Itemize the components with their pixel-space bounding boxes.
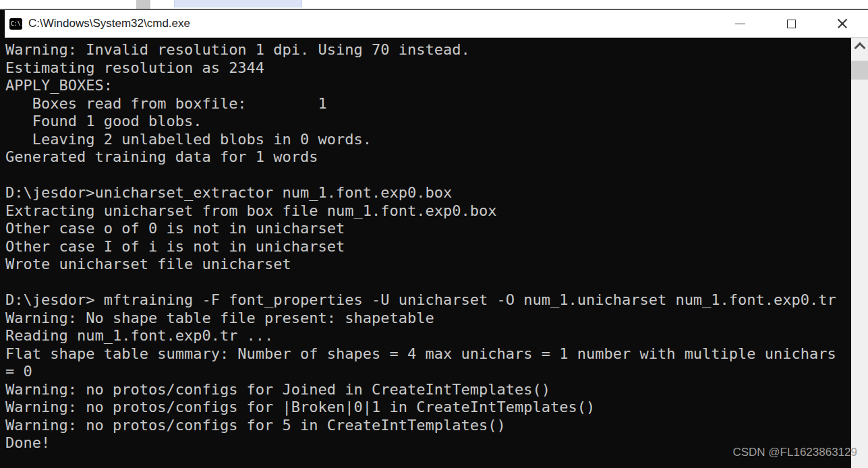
console-line: APPLY_BOXES: [5, 77, 851, 95]
console-line: D:\jesdor>unicharset_extractor num_1.fon… [5, 184, 851, 202]
chevron-up-icon [854, 42, 865, 54]
minimize-icon [735, 24, 745, 24]
console-line: Warning: No shape table file present: sh… [5, 310, 851, 328]
console-line: Found 1 good blobs. [5, 113, 851, 131]
console-line: Warning: Invalid resolution 1 dpi. Using… [5, 41, 851, 59]
close-icon [837, 18, 848, 29]
background-window-fragment-gray [136, 0, 150, 9]
maximize-button[interactable] [765, 10, 817, 37]
console-line: Warning: no protos/configs for Joined in… [5, 381, 851, 399]
console-line: Other case I of i is not in unicharset [5, 238, 851, 256]
console-line: Extracting unicharset from box file num_… [5, 202, 851, 221]
console-line: Warning: no protos/configs for 5 in Crea… [5, 417, 851, 435]
window-controls [714, 10, 868, 37]
titlebar[interactable]: ··· C:\. C:\Windows\System32\cmd.exe [0, 10, 868, 38]
scrollbar-thumb[interactable] [851, 61, 868, 80]
console-output[interactable]: Warning: Invalid resolution 1 dpi. Using… [0, 38, 851, 468]
cmd-icon: ··· C:\. [9, 18, 22, 30]
maximize-icon [787, 20, 796, 28]
console-line: Done! [5, 434, 851, 452]
scroll-up-button[interactable] [851, 38, 868, 55]
close-button[interactable] [817, 10, 868, 37]
console-line: Wrote unicharset file unicharset [5, 256, 851, 274]
console-line: Other case o of 0 is not in unicharset [5, 220, 851, 238]
minimize-button[interactable] [714, 10, 765, 37]
console-line: Estimating resolution as 2344 [5, 59, 851, 78]
console-line [5, 167, 851, 185]
watermark: CSDN @FL1623863129 [732, 446, 857, 459]
console-line: Flat shape table summary: Number of shap… [5, 345, 851, 363]
window-title: C:\Windows\System32\cmd.exe [28, 17, 190, 30]
console-line [5, 274, 851, 292]
console-line: D:\jesdor> mftraining -F font_properties… [5, 291, 851, 310]
console-line: = 0 [5, 363, 851, 381]
scrollbar-track[interactable] [851, 38, 868, 468]
console-line: Leaving 2 unlabelled blobs in 0 words. [5, 131, 851, 149]
console-line: Reading num_1.font.exp0.tr ... [5, 327, 851, 345]
console-line: Generated training data for 1 words [5, 148, 851, 167]
cmd-icon-prompt: C:\. [11, 21, 24, 28]
background-windows-strip [0, 0, 868, 9]
background-window-fragment-blue [174, 0, 302, 7]
window-left-edge [0, 10, 5, 38]
console-line: Boxes read from boxfile: 1 [5, 95, 851, 113]
console-line: Warning: no protos/configs for |Broken|0… [5, 399, 851, 417]
